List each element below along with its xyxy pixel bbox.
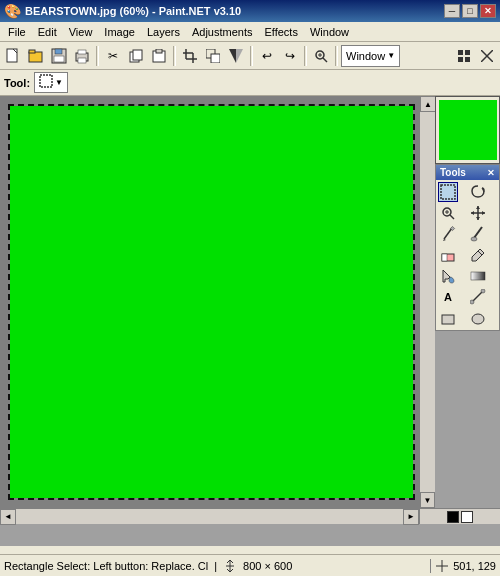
menu-image[interactable]: Image	[98, 22, 141, 41]
tool-shapes[interactable]	[438, 308, 458, 328]
paste-button[interactable]	[148, 45, 170, 67]
title-bar: 🎨 BEARSTOWN.jpg (60%) - Paint.NET v3.10 …	[0, 0, 500, 22]
copy-button[interactable]	[125, 45, 147, 67]
menu-bar: File Edit View Image Layers Adjustments …	[0, 22, 500, 42]
svg-rect-32	[40, 75, 52, 87]
svg-rect-26	[458, 50, 463, 55]
svg-rect-19	[211, 54, 220, 63]
scroll-right-button[interactable]: ►	[403, 509, 419, 525]
tool-rectangle-select[interactable]	[438, 182, 458, 202]
save-icon	[51, 48, 67, 64]
canvas-container	[0, 96, 435, 508]
save-button[interactable]	[48, 45, 70, 67]
scroll-left-button[interactable]: ◄	[0, 509, 16, 525]
canvas[interactable]	[10, 106, 413, 498]
svg-marker-42	[482, 211, 485, 215]
status-left: Rectangle Select: Left button: Replace. …	[4, 559, 426, 573]
scroll-down-button[interactable]: ▼	[420, 492, 435, 508]
tool-gradient[interactable]	[468, 266, 488, 286]
vertical-scrollbar[interactable]: ▲ ▼	[419, 96, 435, 508]
menu-adjustments[interactable]: Adjustments	[186, 22, 259, 41]
open-button[interactable]	[25, 45, 47, 67]
tool-line[interactable]	[468, 287, 488, 307]
separator-2	[173, 46, 176, 66]
cut-button[interactable]: ✂	[102, 45, 124, 67]
window-dropdown[interactable]: Window ▼	[341, 45, 400, 67]
menu-window[interactable]: Window	[304, 22, 355, 41]
status-cursor-icon: |	[214, 560, 217, 572]
svg-rect-3	[29, 50, 35, 53]
menu-file[interactable]: File	[2, 22, 32, 41]
tool-brush[interactable]	[468, 224, 488, 244]
minimize-button[interactable]: ─	[444, 4, 460, 18]
svg-marker-44	[443, 239, 446, 241]
title-text: BEARSTOWN.jpg (60%) - Paint.NET v3.10	[21, 5, 444, 17]
tool-ellipse[interactable]	[468, 308, 488, 328]
primary-color[interactable]	[447, 511, 459, 523]
position-cursor-icon	[435, 559, 449, 573]
menu-view[interactable]: View	[63, 22, 99, 41]
tool-dropdown-arrow: ▼	[55, 78, 63, 87]
toolbar-extra-1[interactable]	[453, 45, 475, 67]
tool-selector[interactable]: ▼	[34, 72, 68, 93]
tool-color-pick[interactable]	[468, 245, 488, 265]
svg-rect-33	[441, 185, 455, 199]
svg-marker-39	[476, 206, 480, 209]
svg-line-43	[444, 228, 452, 239]
print-button[interactable]	[71, 45, 93, 67]
maximize-button[interactable]: □	[462, 4, 478, 18]
separator-4	[304, 46, 307, 66]
resize-button[interactable]	[202, 45, 224, 67]
close-button[interactable]: ✕	[480, 4, 496, 18]
svg-rect-13	[156, 49, 162, 53]
menu-edit[interactable]: Edit	[32, 22, 63, 41]
undo-button[interactable]: ↩	[256, 45, 278, 67]
crop-icon	[183, 49, 197, 63]
tool-fill[interactable]	[438, 266, 458, 286]
copy-icon	[129, 49, 143, 63]
cursor-position: 501, 129	[453, 560, 496, 572]
zoom-button[interactable]	[310, 45, 332, 67]
app-icon: 🎨	[4, 3, 21, 19]
tool-pan[interactable]	[468, 203, 488, 223]
window-dropdown-label: Window	[346, 50, 385, 62]
zoom-icon	[314, 49, 328, 63]
scroll-up-button[interactable]: ▲	[420, 96, 436, 112]
redo-button[interactable]: ↪	[279, 45, 301, 67]
color-area	[419, 508, 500, 524]
tool-pencil[interactable]	[438, 224, 458, 244]
svg-rect-27	[465, 50, 470, 55]
paste-icon	[152, 49, 166, 63]
canvas-dimensions: 800 × 600	[243, 560, 292, 572]
menu-effects[interactable]: Effects	[259, 22, 304, 41]
tool-eraser[interactable]	[438, 245, 458, 265]
new-button[interactable]	[2, 45, 24, 67]
tool-zoom[interactable]	[438, 203, 458, 223]
toolbar-extra-2[interactable]	[476, 45, 498, 67]
chevron-down-icon: ▼	[387, 51, 395, 60]
secondary-color[interactable]	[461, 511, 473, 523]
svg-rect-8	[78, 50, 86, 54]
tool-label: Tool:	[4, 77, 30, 89]
svg-rect-29	[465, 57, 470, 62]
svg-marker-40	[476, 217, 480, 220]
text-tool-icon: A	[444, 291, 452, 303]
svg-rect-28	[458, 57, 463, 62]
tool-lasso[interactable]	[468, 182, 488, 202]
svg-line-52	[472, 291, 483, 302]
tool-text[interactable]: A	[438, 287, 458, 307]
status-right: 501, 129	[435, 559, 496, 573]
tools-panel-close[interactable]: ✕	[487, 168, 495, 178]
flip-button[interactable]	[225, 45, 247, 67]
svg-line-46	[474, 227, 482, 238]
tools-grid: A	[436, 180, 499, 330]
menu-layers[interactable]: Layers	[141, 22, 186, 41]
separator-3	[250, 46, 253, 66]
svg-point-56	[472, 314, 484, 324]
crop-button[interactable]	[179, 45, 201, 67]
horizontal-scrollbar[interactable]: ◄ ►	[0, 508, 419, 524]
svg-marker-21	[236, 49, 243, 63]
scroll-track-h	[16, 509, 403, 524]
canvas-wrapper[interactable]	[8, 104, 415, 500]
separator-5	[335, 46, 338, 66]
